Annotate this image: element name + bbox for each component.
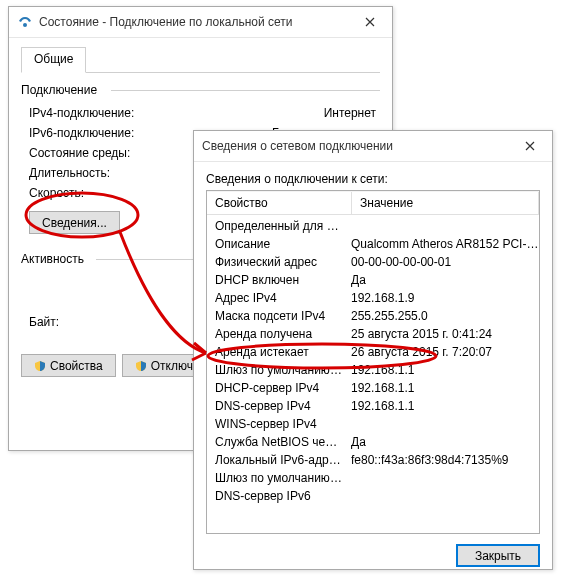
close-button[interactable]	[507, 131, 552, 161]
cell-value	[343, 488, 539, 504]
list-row[interactable]: Маска подсети IPv4255.255.255.0	[207, 307, 539, 325]
titlebar: Сведения о сетевом подключении	[194, 131, 552, 162]
cell-property: Физический адрес	[207, 254, 343, 270]
properties-button[interactable]: Свойства	[21, 354, 116, 377]
cell-property: Описание	[207, 236, 343, 252]
list-row[interactable]: Шлюз по умолчанию IP...192.168.1.1	[207, 361, 539, 379]
cell-property: DNS-сервер IPv4	[207, 398, 343, 414]
cell-property: Служба NetBIOS чере...	[207, 434, 343, 450]
cell-value	[343, 218, 539, 234]
cell-property: WINS-сервер IPv4	[207, 416, 343, 432]
list-row[interactable]: Физический адрес00-00-00-00-00-01	[207, 253, 539, 271]
cell-value: Qualcomm Atheros AR8152 PCI-E Fast Et	[343, 236, 539, 252]
cell-property: Аренда получена	[207, 326, 343, 342]
details-list[interactable]: Свойство Значение Определенный для по...…	[206, 190, 540, 534]
cell-value: Да	[343, 434, 539, 450]
cell-value: 192.168.1.1	[343, 398, 539, 414]
cell-value: 25 августа 2015 г. 0:41:24	[343, 326, 539, 342]
close-dialog-button[interactable]: Закрыть	[456, 544, 540, 567]
cell-property: Маска подсети IPv4	[207, 308, 343, 324]
list-header[interactable]: Свойство Значение	[207, 191, 539, 215]
list-row[interactable]: WINS-сервер IPv4	[207, 415, 539, 433]
close-button[interactable]	[347, 7, 392, 37]
cell-property: Аренда истекает	[207, 344, 343, 360]
details-button[interactable]: Сведения...	[29, 211, 120, 234]
close-icon	[365, 17, 375, 27]
tabs: Общие	[21, 46, 380, 73]
list-row[interactable]: Аренда истекает26 августа 2015 г. 7:20:0…	[207, 343, 539, 361]
titlebar: Состояние - Подключение по локальной сет…	[9, 7, 392, 38]
row-ipv4: IPv4-подключение:Интернет	[29, 103, 380, 123]
cell-value: 192.168.1.1	[343, 362, 539, 378]
list-row[interactable]: ОписаниеQualcomm Atheros AR8152 PCI-E Fa…	[207, 235, 539, 253]
cell-value: Да	[343, 272, 539, 288]
cell-property: DNS-сервер IPv6	[207, 488, 343, 504]
group-connection-label: Подключение	[21, 83, 380, 97]
cell-property: Шлюз по умолчанию IP...	[207, 470, 343, 486]
list-row[interactable]: Локальный IPv6-адрес...fe80::f43a:86f3:9…	[207, 451, 539, 469]
cell-property: Локальный IPv6-адрес...	[207, 452, 343, 468]
network-icon	[17, 14, 33, 30]
col-property[interactable]: Свойство	[207, 192, 352, 214]
cell-value: 00-00-00-00-00-01	[343, 254, 539, 270]
window-title: Сведения о сетевом подключении	[202, 139, 507, 153]
list-row[interactable]: DHCP включенДа	[207, 271, 539, 289]
list-row[interactable]: Аренда получена25 августа 2015 г. 0:41:2…	[207, 325, 539, 343]
tab-general[interactable]: Общие	[21, 47, 86, 73]
cell-value: 192.168.1.1	[343, 380, 539, 396]
details-window: Сведения о сетевом подключении Сведения …	[193, 130, 553, 570]
list-row[interactable]: DNS-сервер IPv6	[207, 487, 539, 505]
cell-value	[343, 470, 539, 486]
list-row[interactable]: DNS-сервер IPv4192.168.1.1	[207, 397, 539, 415]
cell-property: Определенный для по...	[207, 218, 343, 234]
cell-property: Шлюз по умолчанию IP...	[207, 362, 343, 378]
list-row[interactable]: Служба NetBIOS чере...Да	[207, 433, 539, 451]
details-subtitle: Сведения о подключении к сети:	[206, 172, 540, 186]
cell-property: DHCP-сервер IPv4	[207, 380, 343, 396]
cell-property: Адрес IPv4	[207, 290, 343, 306]
col-value[interactable]: Значение	[352, 192, 539, 214]
window-title: Состояние - Подключение по локальной сет…	[39, 15, 347, 29]
cell-value: 26 августа 2015 г. 7:20:07	[343, 344, 539, 360]
cell-value: 192.168.1.9	[343, 290, 539, 306]
cell-property: DHCP включен	[207, 272, 343, 288]
shield-icon	[135, 360, 147, 372]
list-row[interactable]: Шлюз по умолчанию IP...	[207, 469, 539, 487]
shield-icon	[34, 360, 46, 372]
cell-value: fe80::f43a:86f3:98d4:7135%9	[343, 452, 539, 468]
list-row[interactable]: Адрес IPv4192.168.1.9	[207, 289, 539, 307]
svg-point-0	[23, 23, 27, 27]
cell-value: 255.255.255.0	[343, 308, 539, 324]
close-icon	[525, 141, 535, 151]
cell-value	[343, 416, 539, 432]
list-row[interactable]: Определенный для по...	[207, 217, 539, 235]
list-row[interactable]: DHCP-сервер IPv4192.168.1.1	[207, 379, 539, 397]
